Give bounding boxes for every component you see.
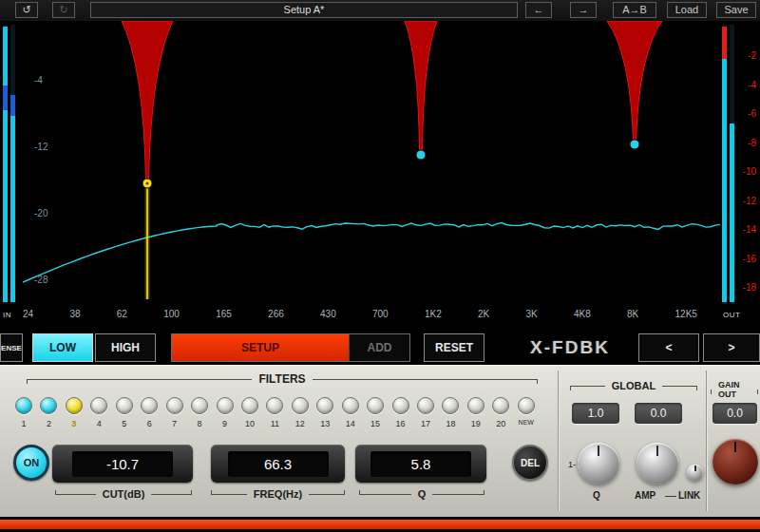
filter-led[interactable]: [316, 397, 333, 414]
freq-tick-label: 2K: [478, 309, 489, 319]
filter-led-cell[interactable]: 8: [188, 397, 211, 428]
next-filter-button[interactable]: >: [703, 333, 760, 362]
filter-led-cell[interactable]: 14: [339, 397, 362, 428]
filter-on-button[interactable]: ON: [13, 445, 49, 481]
q-value[interactable]: 5.8: [370, 451, 471, 477]
filter-led-cell[interactable]: 6: [138, 397, 161, 428]
filter-led-cell[interactable]: 11: [263, 397, 286, 428]
gain-out-label: GAIN OUT: [718, 380, 750, 399]
filter-led-cell[interactable]: 12: [289, 397, 312, 428]
filter-led-cell[interactable]: 3: [63, 397, 86, 428]
freq-tick-label: 100: [163, 309, 180, 319]
filter-led[interactable]: [141, 397, 158, 414]
filter-led-cell[interactable]: 20: [489, 397, 512, 428]
output-meter: -2-4-6-8-10-12-14-16-18 OUT: [720, 21, 760, 331]
q-value-display[interactable]: 5.8: [355, 445, 486, 483]
filter-led[interactable]: [292, 397, 309, 414]
setup-mode-button[interactable]: SETUP: [172, 334, 349, 361]
prev-preset-icon[interactable]: ←: [525, 2, 552, 18]
filter-led-number: 16: [396, 419, 406, 428]
link-knob[interactable]: [687, 465, 703, 481]
sense-button[interactable]: ENSE: [0, 333, 23, 362]
filter-led[interactable]: [90, 397, 107, 414]
db-tick-label-red: -8: [733, 138, 756, 148]
filter-led-row: 1234567891011121314151617181920NEW: [12, 397, 538, 428]
global-amp-display[interactable]: 0.0: [635, 403, 682, 424]
filter-led-cell[interactable]: 16: [390, 397, 412, 428]
filter-led-cell[interactable]: 4: [87, 397, 110, 428]
freq-value-display[interactable]: 66.3: [211, 445, 345, 483]
reset-button[interactable]: RESET: [424, 333, 484, 362]
global-amp-knob[interactable]: [636, 443, 678, 484]
filter-led-cell[interactable]: NEW: [515, 397, 538, 428]
filter-led[interactable]: [40, 397, 57, 414]
cut-value[interactable]: -10.7: [72, 451, 173, 477]
undo-icon[interactable]: ↺: [15, 2, 38, 18]
high-sense-button[interactable]: HIGH: [95, 333, 156, 362]
low-sense-button[interactable]: LOW: [32, 333, 93, 362]
filter-led[interactable]: [417, 397, 434, 414]
freq-value[interactable]: 66.3: [228, 451, 329, 477]
global-section-label: GLOBAL: [612, 380, 656, 391]
filter-led-cell[interactable]: 1: [12, 397, 35, 428]
filter-led-cell[interactable]: 7: [163, 397, 186, 428]
filter-led-cell[interactable]: 17: [414, 397, 437, 428]
db-tick-label-red: -18: [733, 282, 756, 293]
gain-out-knob[interactable]: [712, 439, 758, 484]
preset-selector[interactable]: Setup A*: [90, 2, 518, 18]
amp-link-dash: [665, 496, 676, 497]
cut-value-display[interactable]: -10.7: [52, 445, 193, 483]
filter-led-number: 15: [370, 419, 380, 428]
setup-add-group: SETUP ADD: [171, 333, 410, 362]
response-graph[interactable]: -4-12-20-28 2438621001652664307001K22K3K…: [19, 21, 720, 331]
freq-tick-label: 266: [268, 309, 284, 319]
db-tick-label-red: -10: [733, 166, 756, 177]
filter-led-cell[interactable]: 9: [214, 397, 237, 428]
filter-led-cell[interactable]: 5: [113, 397, 136, 428]
freq-tick-label: 62: [117, 309, 127, 319]
freq-tick-label: 700: [372, 309, 389, 319]
filter-led[interactable]: [116, 397, 133, 414]
filter-led[interactable]: [492, 397, 509, 414]
filter-led[interactable]: [191, 397, 208, 414]
filter-led-number: 20: [496, 419, 505, 428]
global-q-knob[interactable]: [578, 443, 619, 484]
prev-filter-button[interactable]: <: [638, 333, 699, 362]
global-q-display[interactable]: 1.0: [572, 403, 619, 424]
add-mode-button[interactable]: ADD: [349, 334, 409, 361]
delete-filter-button[interactable]: DEL: [512, 445, 548, 481]
filter-led-cell[interactable]: 2: [37, 397, 60, 428]
filters-section-header: FILTERS: [27, 372, 538, 386]
redo-icon[interactable]: ↻: [52, 2, 75, 18]
filter-led[interactable]: [15, 397, 32, 414]
freq-tick-label: 1K2: [425, 309, 442, 319]
gain-out-display[interactable]: 0.0: [712, 403, 757, 424]
filter-led-cell[interactable]: 13: [314, 397, 336, 428]
save-button[interactable]: Save: [716, 2, 756, 18]
filter-led[interactable]: [367, 397, 384, 414]
filter-led[interactable]: [342, 397, 359, 414]
filter-led[interactable]: [392, 397, 409, 414]
filter-led-cell[interactable]: 19: [465, 397, 487, 428]
load-button[interactable]: Load: [667, 2, 707, 18]
filter-led[interactable]: [166, 397, 183, 414]
freq-bracket: FREQ(Hz): [211, 488, 345, 500]
filter-led[interactable]: [217, 397, 234, 414]
ab-compare-button[interactable]: A→B: [613, 2, 656, 18]
filter-led[interactable]: [442, 397, 459, 414]
filter-led[interactable]: [241, 397, 258, 414]
filter-led[interactable]: [518, 397, 535, 414]
filter-led-cell[interactable]: 15: [364, 397, 387, 428]
filter-handle[interactable]: [630, 140, 639, 149]
filter-led[interactable]: [266, 397, 283, 414]
filter-led-number: 2: [47, 419, 51, 428]
filter-led[interactable]: [66, 397, 83, 414]
filter-led[interactable]: [467, 397, 484, 414]
filter-led-cell[interactable]: 18: [439, 397, 462, 428]
filter-led-cell[interactable]: 10: [238, 397, 261, 428]
section-divider: [558, 370, 559, 511]
next-preset-icon[interactable]: →: [570, 2, 597, 18]
response-plot[interactable]: [19, 21, 720, 302]
db-tick-label: -12: [34, 142, 48, 152]
filter-handle[interactable]: [416, 150, 426, 160]
